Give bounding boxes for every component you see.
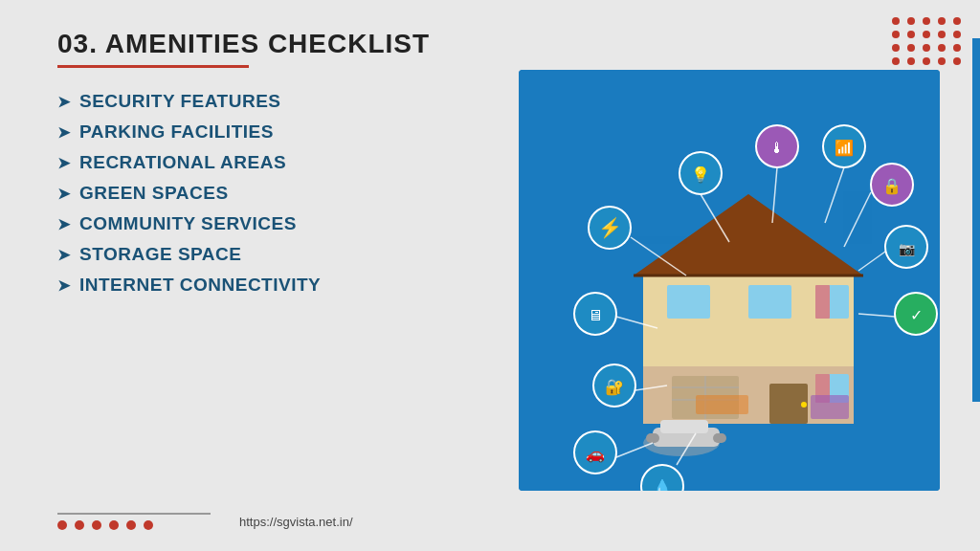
item-label-green: GREEN SPACES bbox=[79, 183, 229, 204]
svg-text:🔒: 🔒 bbox=[882, 177, 902, 195]
svg-text:💡: 💡 bbox=[691, 165, 710, 184]
main-container: 03. AMENITIES CHECKLIST ➤SECURITY FEATUR… bbox=[0, 0, 980, 551]
arrow-icon: ➤ bbox=[57, 276, 70, 295]
svg-text:📷: 📷 bbox=[899, 241, 916, 257]
footer-dots-row bbox=[57, 520, 211, 530]
arrow-icon: ➤ bbox=[57, 154, 70, 172]
svg-text:📶: 📶 bbox=[835, 139, 854, 157]
arrow-icon: ➤ bbox=[57, 215, 70, 233]
smart-home-image: ⚡ 💡 🌡 📶 🔒 📷 bbox=[519, 70, 940, 491]
decorative-dot bbox=[938, 31, 946, 38]
item-label-security: SECURITY FEATURES bbox=[79, 91, 281, 112]
left-panel: 03. AMENITIES CHECKLIST ➤SECURITY FEATUR… bbox=[0, 0, 488, 551]
decorative-dot bbox=[892, 31, 900, 38]
checklist-item-community: ➤COMMUNITY SERVICES bbox=[57, 213, 450, 234]
svg-text:🖥: 🖥 bbox=[588, 307, 603, 323]
arrow-icon: ➤ bbox=[57, 185, 70, 203]
footer-line bbox=[57, 513, 211, 515]
decorative-dot bbox=[953, 17, 961, 25]
decorative-dots bbox=[892, 17, 963, 65]
checklist-item-green: ➤GREEN SPACES bbox=[57, 183, 450, 204]
decorative-dot bbox=[892, 57, 900, 65]
svg-text:⚡: ⚡ bbox=[598, 216, 622, 239]
item-label-community: COMMUNITY SERVICES bbox=[79, 213, 297, 234]
decorative-dot bbox=[938, 57, 946, 65]
checklist-item-storage: ➤STORAGE SPACE bbox=[57, 244, 450, 265]
footer-dot bbox=[109, 520, 119, 530]
footer-url[interactable]: https://sgvista.net.in/ bbox=[239, 515, 353, 529]
footer-dot bbox=[75, 520, 84, 530]
decorative-dot bbox=[907, 57, 915, 65]
svg-rect-8 bbox=[815, 285, 830, 319]
item-label-internet: INTERNET CONNECTIVITY bbox=[79, 275, 321, 296]
title-wrapper: 03. AMENITIES CHECKLIST bbox=[57, 29, 450, 68]
decorative-dot bbox=[953, 44, 961, 52]
svg-rect-24 bbox=[696, 395, 748, 414]
decorative-dot bbox=[892, 44, 900, 52]
decorative-dot bbox=[938, 44, 946, 52]
svg-rect-6 bbox=[748, 285, 791, 319]
right-panel: ⚡ 💡 🌡 📶 🔒 📷 bbox=[488, 0, 980, 551]
blue-accent-bar bbox=[972, 38, 980, 402]
decorative-dot bbox=[907, 44, 915, 52]
page-title: 03. AMENITIES CHECKLIST bbox=[57, 29, 450, 59]
decorative-dot bbox=[907, 17, 915, 25]
svg-rect-23 bbox=[811, 395, 849, 419]
checklist-item-security: ➤SECURITY FEATURES bbox=[57, 91, 450, 112]
svg-rect-20 bbox=[660, 420, 708, 433]
checklist-item-parking: ➤PARKING FACILITIES bbox=[57, 121, 450, 143]
footer-left bbox=[57, 513, 211, 530]
footer-dot bbox=[126, 520, 136, 530]
arrow-icon: ➤ bbox=[57, 123, 70, 142]
svg-text:💧: 💧 bbox=[653, 478, 672, 491]
decorative-dot bbox=[892, 17, 900, 25]
footer-row: https://sgvista.net.in/ bbox=[0, 513, 980, 530]
svg-text:🔐: 🔐 bbox=[605, 378, 624, 396]
checklist-item-internet: ➤INTERNET CONNECTIVITY bbox=[57, 275, 450, 296]
checklist-item-recreational: ➤RECRATIONAL AREAS bbox=[57, 152, 450, 173]
svg-text:✓: ✓ bbox=[910, 307, 923, 323]
svg-rect-22 bbox=[713, 433, 726, 443]
footer-dot bbox=[57, 520, 67, 530]
decorative-dot bbox=[923, 31, 930, 38]
decorative-dot bbox=[938, 17, 946, 25]
item-label-parking: PARKING FACILITIES bbox=[79, 121, 274, 143]
title-underline bbox=[57, 65, 249, 68]
arrow-icon: ➤ bbox=[57, 93, 70, 111]
arrow-icon: ➤ bbox=[57, 246, 70, 264]
decorative-dot bbox=[953, 57, 961, 65]
footer-dot bbox=[144, 520, 153, 530]
item-label-recreational: RECRATIONAL AREAS bbox=[79, 152, 286, 173]
decorative-dot bbox=[907, 31, 915, 38]
svg-text:🚗: 🚗 bbox=[586, 445, 605, 463]
svg-rect-5 bbox=[667, 285, 710, 319]
svg-rect-21 bbox=[646, 433, 659, 443]
footer-dot bbox=[92, 520, 101, 530]
decorative-dot bbox=[923, 57, 930, 65]
svg-point-15 bbox=[801, 402, 807, 408]
decorative-dot bbox=[923, 17, 930, 25]
svg-text:🌡: 🌡 bbox=[769, 140, 785, 156]
decorative-dot bbox=[953, 31, 961, 38]
item-label-storage: STORAGE SPACE bbox=[79, 244, 241, 265]
checklist: ➤SECURITY FEATURES➤PARKING FACILITIES➤RE… bbox=[57, 91, 450, 305]
decorative-dot bbox=[923, 44, 930, 52]
